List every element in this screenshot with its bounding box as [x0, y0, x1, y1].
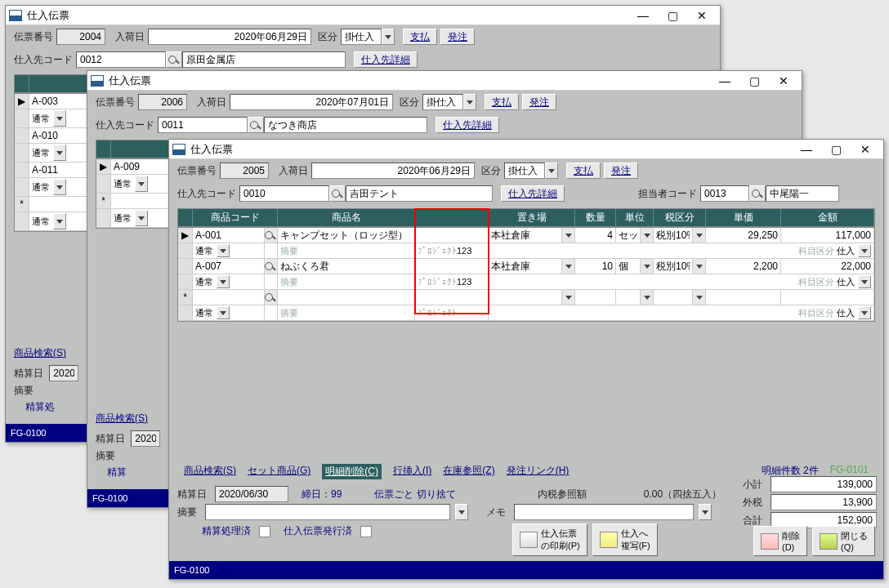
tax[interactable]	[654, 290, 692, 305]
shiharai-button[interactable]: 支払	[566, 163, 601, 179]
row-insert-link[interactable]: 行挿入(I)	[393, 464, 431, 479]
normal-dropdown[interactable]	[53, 110, 66, 127]
copy-slip-button[interactable]: 仕入へ 複写(F)	[592, 523, 658, 556]
qty[interactable]	[575, 290, 615, 305]
product-search-link[interactable]: 商品検索(S)	[96, 412, 148, 424]
kamoku-dropdown[interactable]	[858, 306, 871, 319]
hakko-sumi-checkbox[interactable]	[360, 526, 372, 537]
minimize-button[interactable]: —	[792, 140, 821, 159]
close-button[interactable]: ✕	[769, 71, 798, 91]
amount[interactable]	[781, 228, 873, 243]
table-row[interactable]: *	[178, 290, 874, 305]
maximize-button[interactable]: ▢	[821, 140, 851, 159]
kubun-dropdown[interactable]	[463, 94, 476, 110]
shiire-code-field[interactable]	[158, 117, 248, 133]
seisan-date-field[interactable]	[131, 430, 160, 447]
unit[interactable]	[616, 228, 640, 243]
normal-dropdown[interactable]	[217, 306, 230, 319]
kamoku-dropdown[interactable]	[858, 275, 871, 288]
close-slip-button[interactable]: 閉じる (Q)	[812, 526, 875, 556]
tax-dropdown[interactable]	[693, 259, 705, 274]
shiire-search-icon[interactable]	[329, 185, 346, 202]
product-search-icon[interactable]	[265, 290, 277, 305]
normal-dropdown[interactable]	[53, 179, 66, 195]
product-code[interactable]	[193, 259, 264, 274]
hachu-button[interactable]: 発注	[604, 163, 638, 179]
unit[interactable]	[616, 259, 640, 274]
kubun-field[interactable]	[504, 163, 545, 179]
tax[interactable]	[654, 259, 692, 274]
close-button[interactable]: ✕	[851, 140, 880, 159]
normal-dropdown[interactable]	[135, 176, 148, 192]
table-row[interactable]: ▶	[178, 228, 874, 243]
close-button[interactable]: ✕	[687, 6, 717, 25]
shiire-detail-button[interactable]: 仕入先詳細	[436, 117, 499, 133]
price[interactable]	[706, 259, 780, 274]
normal-dropdown[interactable]	[135, 210, 148, 226]
denpyo-no-field[interactable]	[56, 29, 105, 45]
normal-dropdown[interactable]	[53, 145, 66, 161]
tantou-name-field[interactable]	[766, 185, 839, 202]
unit-dropdown[interactable]	[641, 290, 653, 305]
product-search-link[interactable]: 商品検索(S)	[184, 464, 236, 479]
tantou-search-icon[interactable]	[749, 185, 766, 202]
product-search-link[interactable]: 商品検索(S)	[14, 347, 66, 359]
denpyo-no-field[interactable]	[138, 94, 187, 110]
shiharai-button[interactable]: 支払	[403, 29, 437, 45]
shiire-code-field[interactable]	[76, 51, 166, 68]
shiire-code-field[interactable]	[239, 185, 329, 202]
product-search-icon[interactable]	[265, 259, 277, 274]
tantou-code-field[interactable]	[700, 185, 749, 202]
detail-delete-link[interactable]: 明細削除(C)	[322, 464, 382, 479]
normal-dropdown[interactable]	[53, 213, 66, 229]
tekiyo-dropdown[interactable]	[455, 504, 468, 520]
shiire-detail-button[interactable]: 仕入先詳細	[354, 51, 418, 68]
amount[interactable]	[781, 259, 873, 274]
shiire-name-field[interactable]	[182, 51, 346, 68]
maximize-button[interactable]: ▢	[739, 71, 769, 91]
set-product-link[interactable]: セット商品(G)	[248, 464, 310, 479]
kamoku-dropdown[interactable]	[858, 244, 871, 257]
print-slip-button[interactable]: 仕入伝票 の印刷(P)	[512, 523, 587, 556]
normal-dropdown[interactable]	[217, 275, 230, 288]
location-dropdown[interactable]	[562, 228, 574, 243]
hachu-link[interactable]: 発注リンク(H)	[507, 464, 570, 479]
minimize-button[interactable]: —	[628, 6, 658, 25]
price[interactable]	[706, 228, 780, 243]
product-code[interactable]	[193, 290, 264, 305]
tax-dropdown[interactable]	[693, 290, 705, 305]
amount[interactable]	[781, 290, 873, 305]
location-dropdown[interactable]	[562, 290, 574, 305]
kubun-field[interactable]	[422, 94, 463, 110]
kubun-field[interactable]	[341, 29, 382, 45]
memo-dropdown[interactable]	[699, 504, 712, 520]
qty[interactable]	[575, 228, 615, 243]
shiire-name-field[interactable]	[346, 185, 493, 202]
normal-dropdown[interactable]	[217, 244, 230, 257]
memo-field[interactable]	[514, 504, 694, 520]
unit[interactable]	[616, 290, 640, 305]
maximize-button[interactable]: ▢	[658, 6, 687, 25]
stock-ref-link[interactable]: 在庫参照(Z)	[443, 464, 494, 479]
qty[interactable]	[575, 259, 615, 274]
product-search-icon[interactable]	[265, 228, 277, 243]
hachu-button[interactable]: 発注	[440, 29, 475, 45]
nyuka-date-field[interactable]	[311, 163, 475, 179]
shiire-detail-button[interactable]: 仕入先詳細	[501, 185, 565, 202]
shiire-search-icon[interactable]	[248, 117, 264, 133]
table-row[interactable]	[178, 259, 874, 274]
shiharai-button[interactable]: 支払	[485, 94, 519, 110]
hachu-button[interactable]: 発注	[522, 94, 556, 110]
denpyo-no-field[interactable]	[220, 163, 269, 179]
price[interactable]	[706, 290, 780, 305]
tax[interactable]	[654, 228, 692, 243]
shiire-search-icon[interactable]	[166, 51, 182, 68]
minimize-button[interactable]: —	[710, 71, 739, 91]
delete-button[interactable]: 削除 (D)	[753, 526, 807, 556]
product-name[interactable]	[278, 228, 414, 243]
product-name[interactable]	[278, 259, 414, 274]
location[interactable]	[489, 259, 561, 274]
product-name[interactable]	[278, 290, 414, 305]
seisan-date-field[interactable]	[49, 365, 78, 381]
location[interactable]	[489, 290, 561, 305]
